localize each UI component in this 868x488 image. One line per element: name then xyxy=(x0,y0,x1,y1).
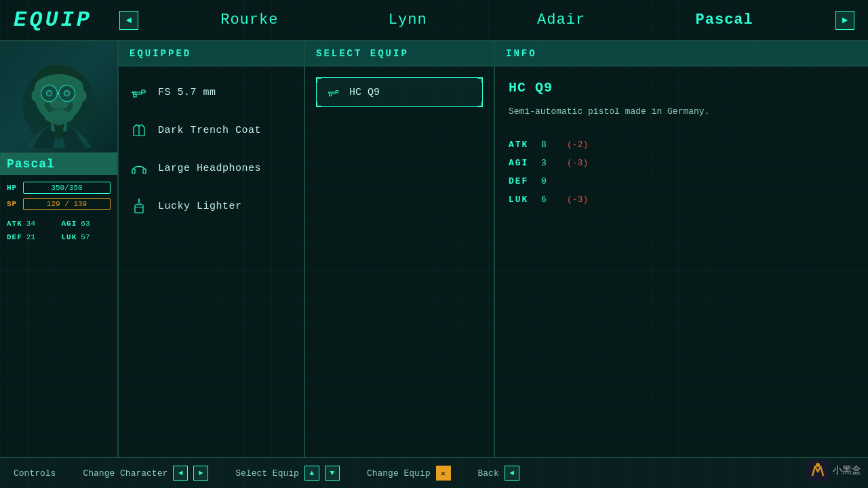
equipped-panel: EQUIPPED FS 5.7 mm xyxy=(119,41,305,457)
info-stat-agi: AGI 3 (-3) xyxy=(509,158,854,168)
change-equip-section: Change Equip ✕ xyxy=(367,466,451,481)
character-tab-adair[interactable]: Adair xyxy=(524,6,599,34)
info-description: Semi-automatic pistol made in Germany. xyxy=(509,105,854,119)
svg-rect-18 xyxy=(132,169,135,174)
equip-name-coat: Dark Trench Coat xyxy=(158,125,261,136)
info-header: INFO xyxy=(495,41,868,66)
svg-rect-22 xyxy=(330,94,332,96)
change-char-section: Change Character ◄ ► xyxy=(83,466,208,481)
svg-rect-19 xyxy=(143,169,146,174)
equip-item-lighter[interactable]: Lucky Lighter xyxy=(119,187,304,225)
svg-rect-15 xyxy=(134,94,136,97)
equipped-list: FS 5.7 mm Dark Trench Coat xyxy=(119,66,304,457)
hp-value: 350/350 xyxy=(23,182,111,194)
character-tab-rourke[interactable]: Rourke xyxy=(207,6,292,34)
select-item-wrapper: HC Q9 xyxy=(316,77,483,107)
equip-name-gun: FS 5.7 mm xyxy=(158,87,216,98)
equip-name-headphones: Large Headphones xyxy=(158,163,261,174)
coat-icon xyxy=(130,121,149,140)
select-item-name: HC Q9 xyxy=(349,87,380,98)
select-equip-footer-label: Select Equip xyxy=(235,468,299,479)
change-char-prev-btn[interactable]: ◄ xyxy=(173,466,188,481)
equip-item-coat[interactable]: Dark Trench Coat xyxy=(119,111,304,149)
equipped-header: EQUIPPED xyxy=(119,41,304,66)
info-panel: INFO HC Q9 Semi-automatic pistol made in… xyxy=(495,41,868,457)
character-tab-lynn[interactable]: Lynn xyxy=(375,6,441,34)
equip-name-lighter: Lucky Lighter xyxy=(158,201,242,212)
select-equip-panel: SELECT EQUIP HC Q9 xyxy=(305,41,495,457)
character-panel: Pascal HP 350/350 SP 129 / 139 ATK 34 xyxy=(0,41,119,457)
def-stat: DEF 21 xyxy=(7,233,56,241)
info-stat-atk: ATK 8 (-2) xyxy=(509,140,854,150)
select-item-hcq9[interactable]: HC Q9 xyxy=(316,77,483,107)
change-char-label: Change Character xyxy=(83,468,167,479)
select-equip-section: Select Equip ▲ ▼ xyxy=(235,466,340,481)
select-equip-down-btn[interactable]: ▼ xyxy=(325,466,340,481)
character-stats: HP 350/350 SP 129 / 139 ATK 34 AGI 63 xyxy=(0,175,117,457)
equip-title: EQUIP xyxy=(14,7,92,33)
select-equip-header: SELECT EQUIP xyxy=(305,41,494,66)
luk-stat: LUK 57 xyxy=(62,233,111,241)
svg-point-3 xyxy=(79,90,86,100)
watermark-text: 小黑盒 xyxy=(833,464,861,476)
change-equip-btn[interactable]: ✕ xyxy=(436,466,451,481)
nav-left-arrow[interactable]: ◄ xyxy=(119,11,138,30)
character-tab-pascal[interactable]: Pascal xyxy=(682,6,767,34)
info-stat-def: DEF 0 xyxy=(509,176,854,186)
change-equip-footer-label: Change Equip xyxy=(367,468,431,479)
agi-stat: AGI 63 xyxy=(62,220,111,228)
sp-label: SP xyxy=(7,200,23,208)
hp-label: HP xyxy=(7,184,23,192)
info-item-title: HC Q9 xyxy=(509,80,854,96)
lighter-icon xyxy=(130,197,149,216)
character-name: Pascal xyxy=(0,153,117,175)
nav-right-arrow[interactable]: ► xyxy=(835,11,854,30)
back-section: Back ◄ xyxy=(478,466,519,481)
svg-point-10 xyxy=(47,91,51,95)
select-equip-up-btn[interactable]: ▲ xyxy=(304,466,319,481)
info-stats: ATK 8 (-2) AGI 3 (-3) DEF 0 xyxy=(509,140,854,205)
change-char-next-btn[interactable]: ► xyxy=(193,466,208,481)
headphones-icon xyxy=(130,159,149,178)
info-stat-luk: LUK 6 (-3) xyxy=(509,195,854,205)
svg-point-12 xyxy=(64,91,68,95)
back-btn[interactable]: ◄ xyxy=(505,466,519,481)
controls-label: Controls xyxy=(14,468,56,479)
equip-item-headphones[interactable]: Large Headphones xyxy=(119,149,304,187)
watermark: 小黑盒 xyxy=(807,460,861,481)
equip-item-gun[interactable]: FS 5.7 mm xyxy=(119,73,304,111)
svg-point-2 xyxy=(31,90,38,100)
gun-icon xyxy=(130,83,149,102)
select-equip-list: HC Q9 xyxy=(305,66,494,457)
atk-stat: ATK 34 xyxy=(7,220,56,228)
back-label: Back xyxy=(478,468,499,479)
svg-point-24 xyxy=(816,463,820,467)
sp-value: 129 / 139 xyxy=(23,198,111,210)
footer: Controls Change Character ◄ ► Select Equ… xyxy=(0,457,868,488)
controls-section: Controls xyxy=(14,468,56,479)
info-content: HC Q9 Semi-automatic pistol made in Germ… xyxy=(495,66,868,457)
select-gun-icon xyxy=(326,85,341,100)
svg-rect-20 xyxy=(135,205,143,213)
character-portrait xyxy=(0,41,117,153)
